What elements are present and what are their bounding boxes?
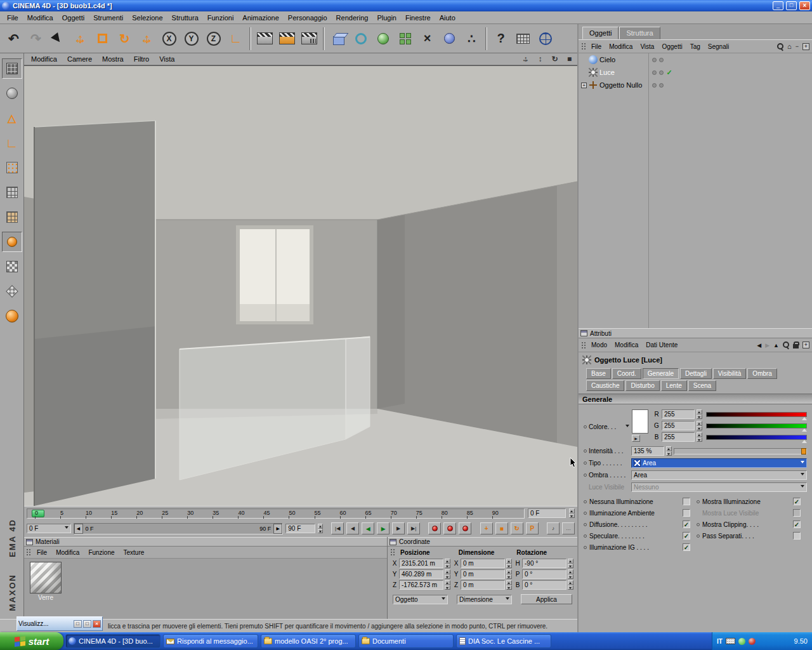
material-item[interactable]: Verre xyxy=(28,562,63,601)
object-name[interactable]: Cielo xyxy=(599,56,615,63)
expander-icon[interactable]: + xyxy=(581,83,587,88)
om-menu-file[interactable]: File xyxy=(588,43,605,51)
dock-icon[interactable]: □ xyxy=(74,620,82,628)
menu-file[interactable]: File xyxy=(3,13,23,23)
start-button[interactable]: start xyxy=(0,632,63,650)
anim-dot-icon[interactable] xyxy=(584,425,587,428)
anim-dot-icon[interactable] xyxy=(584,523,587,526)
more-options-button[interactable]: … xyxy=(562,522,575,534)
checkbox[interactable]: ✓ xyxy=(793,521,801,528)
tab-oggetti[interactable]: Oggetti xyxy=(582,27,619,39)
tab-struttura[interactable]: Struttura xyxy=(619,27,660,39)
spinner[interactable] xyxy=(568,569,573,579)
home-icon[interactable]: ⌂ xyxy=(787,43,792,50)
anim-dot-icon[interactable] xyxy=(697,523,700,526)
add-layer-icon[interactable]: + xyxy=(802,43,809,50)
intensity-field[interactable]: 135 % xyxy=(631,446,664,456)
keyboard-icon[interactable] xyxy=(726,638,735,644)
om-menu-oggetti[interactable]: Oggetti xyxy=(658,43,685,51)
vp-menu-filtro[interactable]: Filtro xyxy=(129,55,154,63)
pan-view-icon[interactable]: ↔↕ xyxy=(520,55,531,64)
mat-menu-texture[interactable]: Texture xyxy=(120,548,148,557)
am-menu-dati-utente[interactable]: Dati Utente xyxy=(643,341,681,349)
attributes-title-bar[interactable]: Attributi xyxy=(579,328,812,338)
render-region-button[interactable] xyxy=(276,26,298,51)
checkbox[interactable]: ✓ xyxy=(793,498,801,505)
maximize-icon[interactable]: □ xyxy=(786,1,797,10)
tab-ombra[interactable]: Ombra xyxy=(747,368,777,379)
texture-axis-mode-button[interactable]: △ xyxy=(2,108,22,128)
om-menu-vista[interactable]: Vista xyxy=(637,43,657,51)
key-scale-button[interactable]: ■ xyxy=(495,522,508,534)
tab-disturbo[interactable]: Disturbo xyxy=(625,380,659,391)
viewport-canvas[interactable] xyxy=(24,65,577,506)
object-name[interactable]: Oggetto Nullo xyxy=(599,81,642,89)
vp-menu-mostra[interactable]: Mostra xyxy=(98,55,128,63)
floating-window-visualizza[interactable]: Visualizz... □ □ × xyxy=(16,616,103,631)
ruler-frame-field[interactable]: 0 F xyxy=(528,508,566,518)
undock-icon[interactable]: □ xyxy=(83,620,91,628)
slider-knob[interactable] xyxy=(801,448,806,454)
render-view-button[interactable] xyxy=(254,26,276,51)
edges-mode-button[interactable] xyxy=(2,182,22,202)
play-forward-button[interactable]: ▶ xyxy=(377,522,390,534)
tab-dettagli[interactable]: Dettagli xyxy=(680,368,712,379)
material-thumbnail[interactable] xyxy=(30,562,62,594)
back-icon[interactable]: ◀ xyxy=(757,342,761,348)
next-frame-button[interactable]: ▶ xyxy=(392,522,405,534)
type-combo[interactable]: Area xyxy=(631,458,807,468)
key-rotation-button[interactable]: ↻ xyxy=(511,522,523,534)
preview-range-slider[interactable]: ◀ 0 F 90 F ▶ xyxy=(74,523,284,534)
drag-grip-icon[interactable] xyxy=(581,43,587,50)
am-menu-modo[interactable]: Modo xyxy=(588,341,610,349)
sound-button[interactable]: ♪ xyxy=(547,522,560,534)
search-icon[interactable] xyxy=(783,342,789,348)
render-settings-button[interactable] xyxy=(298,26,320,51)
om-menu-segnali[interactable]: Segnali xyxy=(705,43,732,51)
mat-menu-funzione[interactable]: Funzione xyxy=(84,548,118,557)
menu-personaggio[interactable]: Personaggio xyxy=(284,13,332,23)
record-options-button[interactable] xyxy=(459,522,471,534)
anim-dot-icon[interactable] xyxy=(584,512,587,515)
green-value-field[interactable]: 255 xyxy=(662,421,695,430)
menu-oggetti[interactable]: Oggetti xyxy=(58,13,89,23)
menu-struttura[interactable]: Struttura xyxy=(167,13,203,23)
taskbar-item-cinema4d[interactable]: CINEMA 4D - [3D buo... xyxy=(65,634,160,648)
key-parameter-button[interactable]: P xyxy=(526,522,539,534)
color-expand-button[interactable]: ▶ xyxy=(632,435,640,442)
lock-z-button[interactable]: Z xyxy=(202,26,225,51)
object-axis-mode-button[interactable]: ∟ xyxy=(2,133,22,153)
checkbox[interactable] xyxy=(793,532,801,540)
tray-app-icon[interactable] xyxy=(738,638,745,645)
object-list[interactable]: Cielo Luce ✓ xyxy=(579,53,812,328)
mode-object-combo[interactable]: Oggetto xyxy=(393,595,448,604)
menu-modifica[interactable]: Modifica xyxy=(23,13,58,23)
rotate-tool-button[interactable]: ↻ xyxy=(114,26,136,51)
pos-y-field[interactable]: 460.289 m xyxy=(399,569,443,579)
taskbar-item-dia-soc[interactable]: DIA Soc. Le Cascine ... xyxy=(456,634,551,648)
add-particles-button[interactable]: ∴ xyxy=(461,26,483,51)
checkbox[interactable]: ✓ xyxy=(683,532,690,540)
layout-button[interactable] xyxy=(512,26,534,51)
enabled-check-icon[interactable]: ✓ xyxy=(664,69,675,77)
pos-z-field[interactable]: -1762.573 m xyxy=(399,580,443,590)
anim-dot-icon[interactable] xyxy=(584,546,587,549)
ruler-frame-spinner[interactable] xyxy=(569,508,575,518)
blue-slider[interactable] xyxy=(706,435,807,440)
materials-title-bar[interactable]: Materiali xyxy=(24,537,387,547)
make-editable-button[interactable] xyxy=(2,58,22,79)
red-slider[interactable] xyxy=(706,412,807,417)
model-mode-button[interactable] xyxy=(2,83,22,103)
spinner[interactable] xyxy=(506,559,512,568)
blue-value-field[interactable]: 255 xyxy=(662,432,695,442)
language-indicator[interactable]: IT xyxy=(717,638,723,645)
am-menu-modifica[interactable]: Modifica xyxy=(612,341,641,349)
spinner[interactable] xyxy=(697,421,702,430)
rotate-view-icon[interactable]: ↻ xyxy=(549,55,560,64)
editor-visibility-dot[interactable] xyxy=(652,58,657,62)
add-nurbs-button[interactable] xyxy=(372,26,394,51)
tab-base[interactable]: Base xyxy=(586,368,611,379)
render-visibility-dot[interactable] xyxy=(659,58,664,62)
pos-x-field[interactable]: 2315.201 m xyxy=(399,559,443,568)
add-environment-button[interactable] xyxy=(438,26,461,51)
